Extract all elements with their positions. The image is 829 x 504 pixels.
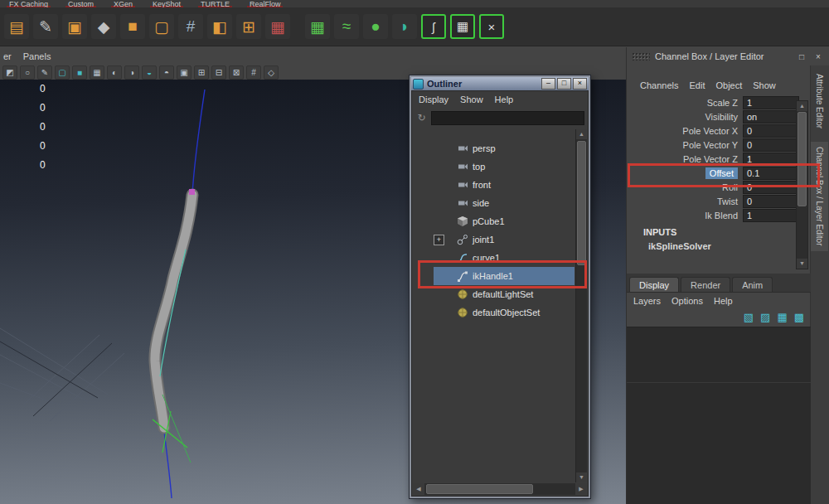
poly-mesh-icon[interactable]: ▤ [4, 14, 29, 39]
shadows-icon[interactable]: ◑ [124, 65, 139, 80]
menu-edit[interactable]: Edit [689, 80, 705, 90]
cross-bracket-icon[interactable]: × [479, 14, 504, 39]
camera-icon[interactable]: ▣ [177, 65, 191, 80]
channel-label[interactable]: Ik Blend [705, 211, 738, 220]
wireframe-icon[interactable]: ▢ [55, 65, 70, 80]
film-gate-icon[interactable]: ⊟ [211, 65, 226, 80]
add-layer-selected-icon[interactable]: ▨ [760, 311, 770, 323]
channel-row-pole-vector-y[interactable]: Pole Vector Y 0 [627, 138, 811, 152]
isolate-select-icon[interactable]: ◇ [264, 65, 279, 80]
close-icon[interactable]: × [812, 52, 824, 61]
outliner-item-front[interactable]: front [412, 176, 574, 194]
channel-row-scale-z[interactable]: Scale Z 1 [627, 95, 811, 109]
add-empty-layer-icon[interactable]: ▧ [744, 311, 754, 323]
input-node-iksplinesolver[interactable]: ikSplineSolver [627, 241, 811, 251]
multi-component-icon[interactable]: ▦ [265, 14, 290, 39]
xray-icon[interactable]: ◓ [159, 65, 174, 80]
outliner-item-defaultlightset[interactable]: defaultLightSet [412, 285, 574, 303]
quad-draw-icon[interactable]: ▦ [305, 14, 330, 39]
channel-label[interactable]: Offset [705, 167, 738, 179]
drag-grip-icon[interactable] [632, 52, 650, 61]
add-render-layer-selected-icon[interactable]: ▩ [794, 311, 804, 323]
tab-channel-box-layer-editor[interactable]: Channel Box / Layer Editor [811, 142, 828, 251]
outliner-item-side[interactable]: side [412, 194, 574, 212]
shelf-tab-turtle[interactable]: TURTLE [198, 0, 232, 7]
lattice-icon[interactable]: # [178, 14, 203, 39]
scroll-left-arrow[interactable]: ◀ [413, 483, 424, 495]
channel-value-field[interactable]: 0 [743, 138, 799, 152]
channel-label[interactable]: Roll [722, 182, 738, 192]
menu-channels[interactable]: Channels [640, 80, 678, 90]
menu-help[interactable]: Help [495, 94, 514, 104]
channel-label[interactable]: Visibility [705, 112, 738, 122]
menu-options[interactable]: Options [671, 296, 703, 306]
sculpt-wave-icon[interactable]: ≈ [334, 14, 359, 39]
outliner-item-pcube1[interactable]: pCube1 [412, 212, 574, 230]
screen-ao-icon[interactable]: ◒ [142, 65, 157, 80]
maximize-button[interactable]: □ [557, 78, 571, 90]
scroll-down-arrow[interactable]: ▼ [797, 259, 807, 269]
menu-show[interactable]: Show [460, 94, 483, 104]
menu-show[interactable]: Show [753, 80, 776, 90]
sculpt-blob-icon[interactable]: ● [363, 14, 388, 39]
add-render-layer-icon[interactable]: ▦ [777, 311, 787, 323]
menu-panels[interactable]: Panels [23, 51, 51, 61]
outliner-item-persp[interactable]: persp [412, 139, 574, 158]
lasso-icon[interactable]: ○ [20, 65, 35, 80]
scroll-up-arrow[interactable]: ▲ [576, 129, 587, 139]
pencil-tool-icon[interactable]: ✎ [33, 14, 58, 39]
channel-label[interactable]: Scale Z [707, 98, 738, 108]
channel-value-field[interactable]: 0 [743, 181, 799, 194]
outliner-item-joint1[interactable]: + joint1 [412, 230, 574, 249]
channel-label[interactable]: Pole Vector Y [683, 140, 738, 150]
horizontal-scrollbar[interactable]: ◀ ▶ [413, 483, 587, 495]
tab-anim[interactable]: Anim [732, 277, 773, 292]
select-icon[interactable]: ◩ [2, 65, 17, 80]
scrollbar-thumb[interactable] [577, 141, 586, 265]
scroll-down-arrow[interactable]: ▼ [576, 472, 587, 482]
channel-box-scrollbar[interactable]: ▲ ▼ [796, 100, 808, 269]
shelf-tab-keyshot[interactable]: KeyShot [150, 0, 183, 7]
menu-renderer[interactable]: er [3, 51, 12, 61]
scroll-up-arrow[interactable]: ▲ [797, 101, 807, 111]
channel-label[interactable]: Pole Vector Z [683, 154, 738, 164]
outliner-item-curve1[interactable]: curve1 [412, 249, 574, 267]
channel-row-twist[interactable]: Twist 0 [627, 194, 811, 208]
textured-icon[interactable]: ▦ [90, 65, 104, 80]
outliner-item-ikhandle1[interactable]: ikHandle1 [412, 267, 574, 285]
tab-attribute-editor[interactable]: Attribute Editor [811, 69, 828, 133]
scroll-right-arrow[interactable]: ▶ [575, 483, 587, 495]
safe-action-icon[interactable]: ⊠ [229, 65, 244, 80]
layer-list-area[interactable] [627, 327, 811, 504]
component-points-icon[interactable]: ◆ [91, 14, 116, 39]
filter-refresh-icon[interactable]: ↻ [415, 112, 428, 124]
paint-select-icon[interactable]: ✎ [37, 65, 52, 80]
poly-cube-icon[interactable]: ■ [120, 14, 145, 39]
shelf-tab-realflow[interactable]: RealFlow [247, 0, 284, 7]
channel-value-field[interactable]: on [743, 110, 799, 124]
channel-label[interactable]: Twist [717, 196, 738, 206]
scrollbar-track[interactable] [424, 483, 575, 495]
menu-help[interactable]: Help [714, 296, 733, 306]
channel-row-ik-blend[interactable]: Ik Blend 1 [627, 208, 811, 222]
menu-object[interactable]: Object [715, 80, 742, 90]
resolution-gate-icon[interactable]: ⊞ [194, 65, 209, 80]
tab-display[interactable]: Display [629, 277, 679, 292]
channel-row-roll[interactable]: Roll 0 [627, 180, 811, 194]
extrude-icon[interactable]: ◧ [207, 14, 232, 39]
channel-row-offset[interactable]: Offset 0.1 [627, 166, 811, 180]
channel-value-field[interactable]: 0.1 [743, 167, 799, 180]
outliner-item-defaultobjectset[interactable]: defaultObjectSet [412, 303, 574, 322]
channel-value-field[interactable]: 1 [743, 153, 799, 166]
dock-icon[interactable]: □ [796, 52, 807, 61]
tab-render[interactable]: Render [681, 277, 730, 292]
grid-bracket-icon[interactable]: ▦ [450, 14, 475, 39]
spline-ik-bracket-icon[interactable]: ʃ [421, 14, 446, 39]
outliner-item-top[interactable]: top [412, 158, 574, 176]
selection-box-icon[interactable]: ▢ [149, 14, 174, 39]
shaded-icon[interactable]: ■ [72, 65, 87, 80]
scrollbar-thumb[interactable] [426, 484, 533, 494]
menu-layers[interactable]: Layers [633, 296, 661, 306]
smooth-mesh-icon[interactable]: ◗ [392, 14, 417, 39]
grid-icon[interactable]: # [246, 65, 261, 80]
